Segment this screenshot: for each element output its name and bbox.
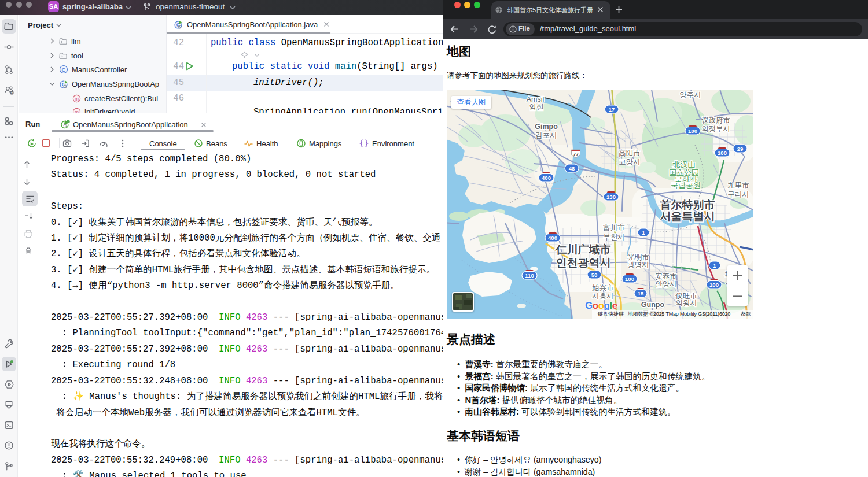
svg-text:구리시: 구리시 bbox=[727, 190, 749, 198]
svg-text:Gimpo: Gimpo bbox=[535, 123, 558, 131]
svg-text:1: 1 bbox=[713, 262, 716, 269]
svg-text:의정부시: 의정부시 bbox=[701, 125, 730, 133]
svg-text:光明市: 光明市 bbox=[627, 253, 649, 261]
svg-text:地图数据 ©2025 TMap Mobility GS(20: 地图数据 ©2025 TMap Mobility GS(2011)6020 bbox=[627, 311, 730, 317]
svg-text:100: 100 bbox=[688, 128, 697, 134]
svg-text:条款: 条款 bbox=[741, 311, 751, 317]
svg-text:高阳市: 高阳市 bbox=[619, 149, 641, 157]
svg-text:77: 77 bbox=[573, 151, 579, 157]
svg-text:安养市: 安养市 bbox=[655, 272, 677, 280]
svg-text:首尔特别市: 首尔特别市 bbox=[660, 199, 715, 211]
svg-text:键盘快捷键: 键盘快捷键 bbox=[597, 311, 624, 317]
svg-text:1: 1 bbox=[642, 230, 645, 236]
svg-text:양주시: 양주시 bbox=[679, 91, 701, 99]
svg-text:시흥시: 시흥시 bbox=[592, 292, 614, 300]
svg-text:Amsil: Amsil bbox=[527, 95, 545, 103]
svg-text:광명시: 광명시 bbox=[627, 261, 649, 269]
svg-text:암실: 암실 bbox=[529, 103, 544, 111]
svg-text:富川市: 富川市 bbox=[603, 224, 625, 232]
svg-text:100: 100 bbox=[625, 276, 634, 282]
svg-text:김포시: 김포시 bbox=[535, 131, 557, 139]
svg-text:北汉山: 北汉山 bbox=[673, 160, 696, 169]
svg-text:110: 110 bbox=[525, 272, 534, 279]
svg-text:29: 29 bbox=[737, 146, 744, 152]
svg-text:议政府市: 议政府市 bbox=[701, 116, 730, 124]
svg-text:130: 130 bbox=[606, 194, 616, 200]
svg-text:九里市: 九里市 bbox=[727, 182, 749, 190]
svg-text:400: 400 bbox=[542, 175, 551, 181]
svg-text:100: 100 bbox=[718, 150, 727, 156]
svg-text:400: 400 bbox=[548, 235, 557, 241]
svg-text:仁川广域市: 仁川广域市 bbox=[556, 243, 611, 256]
svg-text:부천시: 부천시 bbox=[603, 233, 625, 241]
svg-text:50: 50 bbox=[591, 272, 598, 278]
svg-text:m: m bbox=[75, 95, 79, 101]
svg-text:48: 48 bbox=[569, 165, 575, 172]
svg-text:국립공원: 국립공원 bbox=[671, 181, 701, 190]
svg-text:인천광역시: 인천광역시 bbox=[556, 257, 611, 269]
svg-text:17: 17 bbox=[609, 106, 615, 113]
svg-text:Gunpo: Gunpo bbox=[641, 301, 665, 309]
svg-text:C: C bbox=[62, 66, 66, 73]
svg-text:의왕시: 의왕시 bbox=[675, 299, 697, 307]
svg-text:안양시: 안양시 bbox=[655, 280, 677, 288]
svg-text:서울특별시: 서울특별시 bbox=[660, 210, 715, 223]
svg-text:100: 100 bbox=[709, 282, 719, 288]
svg-text:始兴市: 始兴市 bbox=[591, 284, 614, 292]
svg-text:15: 15 bbox=[638, 290, 644, 297]
svg-text:고양시: 고양시 bbox=[619, 158, 641, 166]
